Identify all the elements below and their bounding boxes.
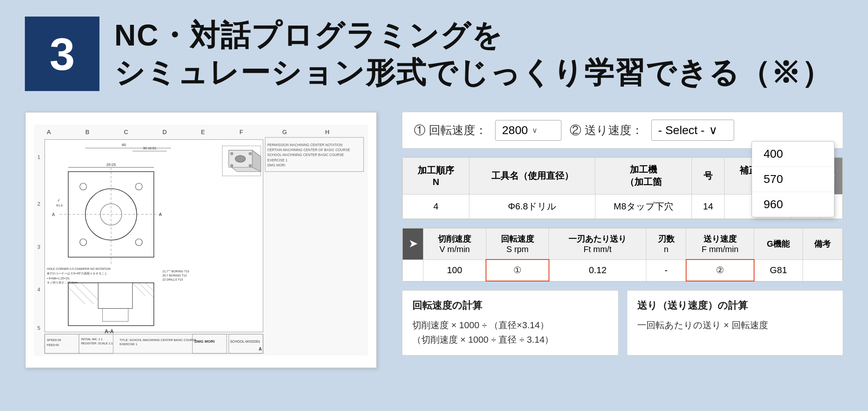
svg-text:各穴のコーナーは 0.5×45°の面取りをすること: 各穴のコーナーは 0.5×45°の面取りをすること <box>47 272 107 275</box>
cell-g-func-val: G81 <box>754 260 803 281</box>
svg-point-29 <box>235 155 246 162</box>
cell-note-val <box>803 260 842 281</box>
dark-arrow-td: ➤ <box>403 228 423 260</box>
cell-per-blade-val: 0.12 <box>549 260 646 281</box>
svg-text:26.7 BORING T12: 26.7 BORING T12 <box>162 274 187 277</box>
cutting-table: ➤ 切削速度V m/min 回転速度S rpm 一刃あたり送りFt mm/t 刃… <box>402 228 843 282</box>
feed-formula-text: 一回転あたりの送り × 回転速度 <box>637 318 833 332</box>
feed-formula-panel: 送り（送り速度）の計算 一回転あたりの送り × 回転速度 <box>627 290 844 356</box>
header-title: NC・対話プログラミングを シミュレーション形式でじっくり学習できる（※） <box>114 17 832 91</box>
svg-point-32 <box>230 164 233 167</box>
col-per-blade: 一刃あたり送りFt mm/t <box>549 228 646 260</box>
svg-text:A: A <box>47 129 51 135</box>
col-g-func: G機能 <box>754 228 803 260</box>
svg-rect-56 <box>98 283 133 308</box>
svg-text:SPEED:00: SPEED:00 <box>47 338 61 342</box>
col-note: 備考 <box>803 228 842 260</box>
svg-text:• 6×M8×1.25×15↓: • 6×M8×1.25×15↓ <box>47 276 70 280</box>
feed-placeholder: - Select - <box>658 124 705 137</box>
cell-tool-name: Φ6.8ドリル <box>469 195 595 219</box>
feed-select-trigger[interactable]: - Select - ∨ <box>651 120 734 141</box>
svg-text:30 ±0.01: 30 ±0.01 <box>143 147 156 150</box>
col-number: 号 <box>691 158 724 195</box>
svg-text:C: C <box>124 129 128 135</box>
dropdown-item-960[interactable]: 960 <box>752 192 834 217</box>
svg-point-33 <box>249 164 251 167</box>
svg-text:G: G <box>282 129 287 135</box>
feed-formula-title: 送り（送り速度）の計算 <box>637 299 833 312</box>
cutting-arrow-cell <box>403 260 423 281</box>
svg-text:25    25: 25 25 <box>106 163 116 167</box>
svg-text:E: E <box>201 129 205 135</box>
cutting-arrow-icon: ➤ <box>409 238 417 249</box>
svg-text:REGISTER: SCALE 1:1: REGISTER: SCALE 1:1 <box>81 341 113 345</box>
col-machine: 加工機（加工箇 <box>595 158 691 195</box>
rotation-label: ① 回転速度： <box>414 123 487 138</box>
svg-text:22 DRILLS T15: 22 DRILLS T15 <box>162 278 183 281</box>
svg-text:90: 90 <box>122 143 126 147</box>
cell-blade-count-val: - <box>646 260 686 281</box>
rotation-formula-line2: （切削速度 × 1000 ÷ 直径 ÷ 3.14） <box>412 332 608 347</box>
svg-text:3: 3 <box>37 244 40 250</box>
formula-panels: 回転速度の計算 切削速度 × 1000 ÷ （直径×3.14） （切削速度 × … <box>402 290 843 356</box>
number-text: 3 <box>49 28 75 80</box>
cell-machine: M8タップ下穴 <box>595 195 691 219</box>
content-area: A B C D E F G H 1 2 3 4 5 PERMISSION MAC… <box>25 112 843 368</box>
rotation-formula-panel: 回転速度の計算 切削速度 × 1000 ÷ （直径×3.14） （切削速度 × … <box>402 290 619 356</box>
svg-text:PERMISSION MACHINING CENTER NO: PERMISSION MACHINING CENTER NOTATION <box>267 143 342 147</box>
blueprint-panel: A B C D E F G H 1 2 3 4 5 PERMISSION MAC… <box>25 112 377 368</box>
col-cut-speed: 切削速度V m/min <box>423 228 486 260</box>
svg-text:EXERCISE 1: EXERCISE 1 <box>120 342 138 346</box>
svg-text:4: 4 <box>37 287 40 293</box>
svg-text:21.7°° BORING T10: 21.7°° BORING T10 <box>162 269 189 273</box>
svg-text:H: H <box>325 129 329 135</box>
svg-text:A: A <box>52 212 55 217</box>
svg-text:A-A: A-A <box>105 329 114 334</box>
number-badge: 3 <box>25 17 99 91</box>
svg-text:1: 1 <box>37 154 40 160</box>
feed-chevron-icon: ∨ <box>709 123 718 137</box>
header: 3 NC・対話プログラミングを シミュレーション形式でじっくり学習できる（※） <box>25 17 843 91</box>
dropdown-item-570[interactable]: 570 <box>752 167 834 192</box>
svg-text:INITIAL WK: 1 1: INITIAL WK: 1 1 <box>81 337 103 341</box>
svg-text:5: 5 <box>37 325 40 331</box>
rotation-formula-line1: 切削速度 × 1000 ÷ （直径×3.14） <box>412 318 608 332</box>
cell-order: 4 <box>403 195 469 219</box>
svg-text:TITLE: SCHOOL MACHINING CENTER: TITLE: SCHOOL MACHINING CENTER BASIC COU… <box>120 338 197 342</box>
title-line1: NC・対話プログラミングを <box>114 17 832 54</box>
svg-text:EXERCISE 1: EXERCISE 1 <box>267 159 288 162</box>
col-feed-speed: 送り速度F mm/min <box>686 228 754 260</box>
feed-dropdown-popup: 400 570 960 <box>752 141 834 217</box>
rotation-select[interactable]: 2800 ∨ <box>495 120 561 141</box>
cell-number: 14 <box>691 195 724 219</box>
svg-point-30 <box>230 152 233 155</box>
svg-text:D: D <box>162 129 167 135</box>
cutting-data-row: 100 ① 0.12 - ② G81 <box>403 260 843 281</box>
feed-label: ② 送り速度： <box>570 123 643 138</box>
svg-text:ネジ切り深さ：15.0mm: ネジ切り深さ：15.0mm <box>47 281 78 284</box>
svg-text:HOLE CORNER 0.5 CHAMFER NO NOT: HOLE CORNER 0.5 CHAMFER NO NOTATION <box>47 267 111 271</box>
svg-text:DMG MORI: DMG MORI <box>267 163 285 167</box>
cell-rotation-val: ① <box>486 260 549 281</box>
col-tool-name: 工具名（使用直径） <box>469 158 595 195</box>
dropdown-item-400[interactable]: 400 <box>752 142 834 167</box>
col-rotation: 回転速度S rpm <box>486 228 549 260</box>
rotation-value: 2800 <box>502 124 528 137</box>
cutting-header-row1: ➤ 切削速度V m/min 回転速度S rpm 一刃あたり送りFt mm/t 刃… <box>403 228 843 260</box>
cell-feed-val: ② <box>686 260 754 281</box>
svg-text:SCHOOL-MX02001: SCHOOL-MX02001 <box>230 340 260 344</box>
svg-text:CERTAIN MACHINING CENTER OF BA: CERTAIN MACHINING CENTER OF BASIC COURSE <box>267 148 350 152</box>
rotation-chevron-icon: ∨ <box>532 126 537 135</box>
svg-text:A: A <box>259 347 262 351</box>
svg-point-31 <box>249 152 251 155</box>
svg-text:A: A <box>159 212 162 217</box>
col-blade-count: 刃数n <box>646 228 686 260</box>
rotation-formula-title: 回転速度の計算 <box>412 299 608 312</box>
right-panel: ① 回転速度： 2800 ∨ ② 送り速度： - Select - ∨ 400 … <box>402 112 843 356</box>
svg-text:SCHOOL MACHINING CENTER BASIC : SCHOOL MACHINING CENTER BASIC COURSE <box>267 153 344 157</box>
svg-text:DMG MORI: DMG MORI <box>195 339 215 344</box>
col-order: 加工順序N <box>403 158 469 195</box>
svg-text:R1.6: R1.6 <box>56 204 63 207</box>
cell-cut-speed-val: 100 <box>423 260 486 281</box>
svg-text:2: 2 <box>37 201 40 207</box>
